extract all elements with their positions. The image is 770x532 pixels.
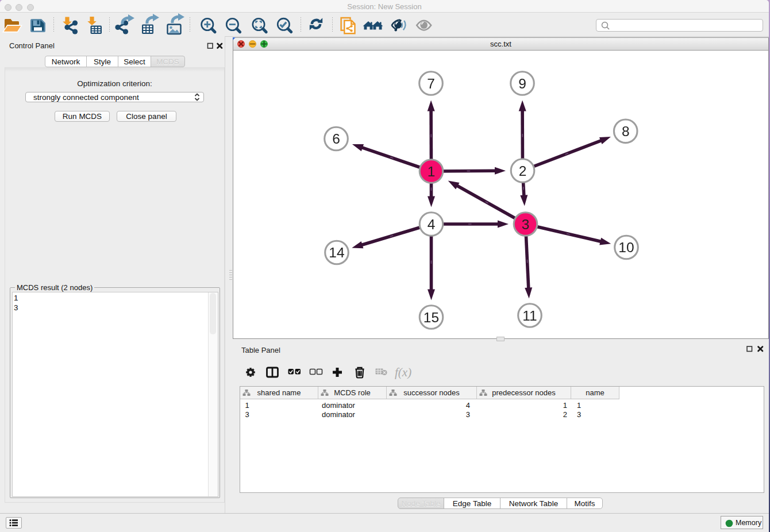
svg-text:7: 7 (427, 76, 435, 91)
svg-text:15: 15 (424, 310, 439, 325)
svg-text:3: 3 (522, 217, 530, 232)
svg-text:4: 4 (428, 217, 436, 232)
svg-text:6: 6 (332, 131, 340, 147)
svg-text:14: 14 (329, 245, 344, 260)
svg-text:2: 2 (519, 163, 527, 179)
svg-text:f(x): f(x) (395, 365, 411, 379)
svg-text:9: 9 (518, 76, 526, 91)
svg-text:8: 8 (622, 124, 630, 139)
svg-text:1: 1 (428, 164, 436, 179)
svg-text:10: 10 (618, 240, 634, 255)
svg-text:11: 11 (522, 308, 537, 323)
